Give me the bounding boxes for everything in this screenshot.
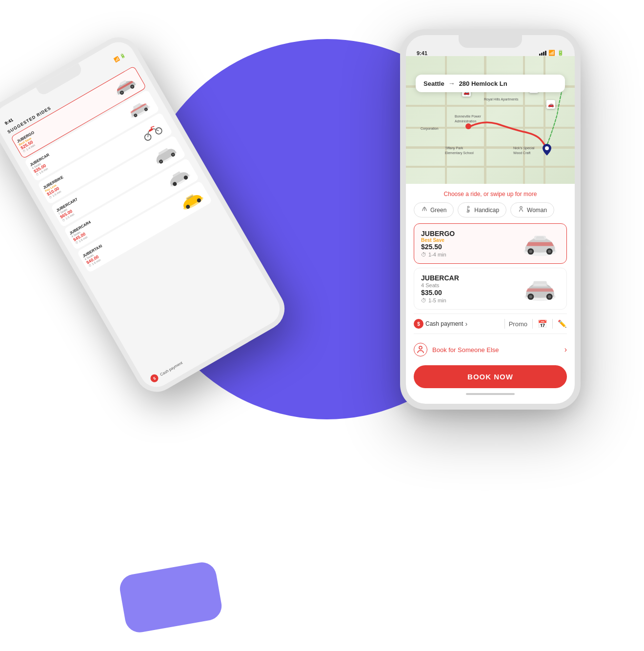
cash-payment[interactable]: $ Cash payment › xyxy=(414,319,501,329)
jubergo-badge: Best Save xyxy=(421,237,521,243)
jubergo-time: ⏱ 1-4 min xyxy=(421,252,521,257)
jubercar-sub: 4 Seats xyxy=(421,282,521,288)
jubercar-price: $35.00 xyxy=(421,289,521,296)
edit-icon[interactable]: ✏️ xyxy=(558,319,567,328)
jubergo-name: JUBERGO xyxy=(421,230,521,237)
svg-point-46 xyxy=(419,346,422,349)
map-pin-end xyxy=(542,143,552,157)
map-car-3: 🚗 xyxy=(546,100,555,109)
ride-card-jubercar[interactable]: JUBERCAR 4 Seats $35.00 ⏱ 1-5 min xyxy=(414,268,567,310)
tilted-screen: SUGGESTED RIDES JUBERGO Best Save $25.50… xyxy=(0,56,218,276)
payment-bar: $ Cash payment › Promo 📅 ✏️ xyxy=(414,314,567,334)
time-main: 9:41 xyxy=(417,50,427,56)
battery-icon-tilted: 🔋 xyxy=(119,52,126,59)
payment-extras: Promo 📅 ✏️ xyxy=(509,319,567,329)
signal-bar-4 xyxy=(545,51,546,56)
bottom-panel: Choose a ride, or swipe up for more Gree… xyxy=(406,184,575,404)
cash-icon-t: $ xyxy=(149,373,160,384)
chip-woman-label: Woman xyxy=(527,207,547,214)
chip-handicap-label: Handicap xyxy=(474,207,499,214)
jubergo-price: $25.50 xyxy=(421,243,521,251)
svg-point-44 xyxy=(548,295,551,298)
book-someone-chevron: › xyxy=(564,345,567,354)
route-from: Seattle xyxy=(423,80,444,87)
person-icon xyxy=(414,343,427,356)
svg-point-31 xyxy=(468,206,470,208)
cash-label: Cash payment xyxy=(425,320,463,327)
chip-handicap[interactable]: Handicap xyxy=(458,202,506,217)
green-icon xyxy=(421,206,428,214)
map-pin-start xyxy=(465,123,471,129)
battery-icon-main: 🔋 xyxy=(557,50,564,56)
cash-payment-t: Cash payment xyxy=(159,360,183,377)
filter-chips: Green Handicap xyxy=(414,202,567,217)
cash-circle-icon: $ xyxy=(414,319,423,329)
route-card: Seattle → 280 Hemlock Ln xyxy=(416,75,565,92)
svg-point-36 xyxy=(529,250,532,253)
signal-bars xyxy=(539,51,546,56)
payment-divider-2 xyxy=(532,319,533,329)
wifi-icon-tilted: 📶 xyxy=(113,56,121,62)
woman-icon xyxy=(518,206,524,214)
phone-notch-main xyxy=(459,35,522,48)
status-bar-main: 9:41 📶 🔋 xyxy=(406,48,575,56)
signal-bar-3 xyxy=(543,52,544,56)
route-to: 280 Hemlock Ln xyxy=(459,80,507,87)
svg-point-38 xyxy=(548,250,551,253)
svg-point-30 xyxy=(545,146,549,150)
svg-point-32 xyxy=(467,211,469,213)
book-someone-row[interactable]: Book for Someone Else › xyxy=(414,339,567,360)
book-now-button[interactable]: BOOK NOW xyxy=(414,365,567,388)
jubercar-info: JUBERCAR 4 Seats $35.00 ⏱ 1-5 min xyxy=(421,274,521,303)
choose-text: Choose a ride, or swipe up for more xyxy=(414,191,567,197)
status-icons-main: 📶 🔋 xyxy=(539,50,564,56)
jubercar-time: ⏱ 1-5 min xyxy=(421,297,521,303)
time-tilted: 9:41 xyxy=(4,117,14,126)
svg-point-33 xyxy=(520,206,522,208)
promo-text: Promo xyxy=(509,320,527,328)
main-phone: 9:41 📶 🔋 xyxy=(400,29,581,410)
handicap-icon xyxy=(465,206,472,214)
payment-divider-3 xyxy=(552,319,553,329)
jubercar-name: JUBERCAR xyxy=(421,274,521,282)
svg-point-42 xyxy=(529,295,532,298)
chip-green-label: Green xyxy=(430,207,446,214)
jubercar-car-image xyxy=(521,276,560,302)
route-arrow: → xyxy=(448,79,455,87)
clock-icon-jubergo: ⏱ xyxy=(421,252,426,257)
map-area: Royal Hills Apartments Bonneville Power … xyxy=(406,56,575,188)
cash-chevron: › xyxy=(465,320,467,328)
book-someone-text: Book for Someone Else xyxy=(432,346,564,354)
chip-woman[interactable]: Woman xyxy=(510,202,554,217)
jubergo-info: JUBERGO Best Save $25.50 ⏱ 1-4 min xyxy=(421,230,521,257)
wifi-icon-main: 📶 xyxy=(548,50,555,56)
signal-bar-2 xyxy=(541,53,543,56)
chip-green[interactable]: Green xyxy=(414,202,454,217)
clock-icon-jubercar: ⏱ xyxy=(421,297,426,303)
signal-bar-1 xyxy=(539,54,541,56)
payment-divider xyxy=(504,319,505,329)
calendar-icon[interactable]: 📅 xyxy=(538,319,547,329)
home-indicator xyxy=(466,393,515,395)
deco-shape xyxy=(118,560,224,635)
ride-card-jubergo[interactable]: JUBERGO Best Save $25.50 ⏱ 1-4 min xyxy=(414,223,567,264)
jubergo-car-image xyxy=(521,230,560,257)
